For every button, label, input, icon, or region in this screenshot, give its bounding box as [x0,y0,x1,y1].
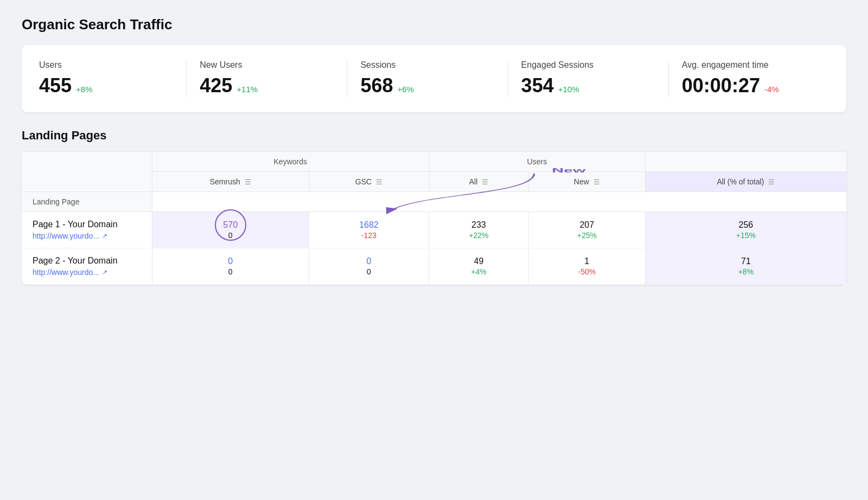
metric-users: Users 455 +8% [39,60,187,97]
new-filter-icon[interactable]: ☰ [593,178,600,186]
all-value-2: 49 [474,257,484,266]
col-sub-semrush: Semrush ☰ [152,172,309,192]
metric-avg-engagement-change: -4% [764,85,779,94]
gsc-cell-2: 0 0 [309,248,429,285]
gsc-cell-1: 1682 -123 [309,212,429,248]
metric-engaged-sessions-change: +10% [558,85,579,94]
metric-sessions: Sessions 568 +6% [347,60,508,97]
col-sub-gsc: GSC ☰ [309,172,429,192]
metric-new-users-value: 425 [200,74,232,97]
all-cell-1: 233 +22% [429,212,529,248]
semrush-value-1: 570 [223,220,238,230]
semrush-change-1: 0 [228,231,233,240]
col-sub-new: New ☰ [528,172,645,192]
metric-engaged-sessions-value: 354 [521,74,554,97]
allpct-cell-2: 71 +8% [645,248,846,285]
landing-pages-title: Landing Pages [22,129,846,143]
all-change-2: +4% [471,267,486,276]
page-url-1[interactable]: http://www.yourdo... ↗ [33,232,141,240]
metric-new-users-change: +11% [237,85,258,94]
new-cell-2: 1 -50% [528,248,645,285]
allpct-value-2: 71 [741,257,751,266]
metric-new-users: New Users 425 +11% [187,60,347,97]
page-name-1: Page 1 - Your Domain [33,220,141,229]
metric-sessions-label: Sessions [360,60,494,70]
metric-sessions-value: 568 [360,74,393,97]
table-row: Page 1 - Your Domain http://www.yourdo..… [22,212,846,248]
allpct-value-1: 256 [739,220,754,230]
page-cell-2: Page 2 - Your Domain http://www.yourdo..… [22,248,152,285]
external-link-icon-2[interactable]: ↗ [102,268,107,276]
metric-avg-engagement-value: 00:00:27 [682,74,760,97]
metric-avg-engagement: Avg. engagement time 00:00:27 -4% [669,60,829,97]
gsc-change-1: -123 [361,231,376,240]
new-change-1: +25% [577,231,597,240]
metric-users-label: Users [39,60,173,70]
new-change-2: -50% [578,267,596,276]
table-wrapper: Keywords Users Semrush ☰ GSC ☰ [22,151,846,285]
col-group-keywords: Keywords [152,152,429,172]
semrush-cell-2: 0 0 [152,248,309,285]
landing-pages-section: Landing Pages Keywords Users S [22,129,846,285]
metric-new-users-label: New Users [200,60,334,70]
col-sub-allpct: All (% of total) ☰ [645,172,846,192]
metric-engaged-sessions: Engaged Sessions 354 +10% [508,60,669,97]
page-name-2: Page 2 - Your Domain [33,256,141,266]
landing-pages-table-card: Keywords Users Semrush ☰ GSC ☰ [22,151,846,285]
semrush-filter-icon[interactable]: ☰ [245,178,251,186]
semrush-change-2: 0 [228,267,233,276]
semrush-cell-1: 570 0 [152,212,309,248]
metric-avg-engagement-label: Avg. engagement time [682,60,816,70]
external-link-icon[interactable]: ↗ [102,232,107,240]
new-value-2: 1 [584,257,589,266]
gsc-value-1: 1682 [359,220,379,230]
gsc-filter-icon[interactable]: ☰ [376,178,382,186]
new-value-1: 207 [579,220,594,230]
all-filter-icon[interactable]: ☰ [482,178,488,186]
page-cell-1: Page 1 - Your Domain http://www.yourdo..… [22,212,152,248]
page-title: Organic Search Traffic [22,16,846,33]
gsc-change-2: 0 [367,267,371,276]
semrush-value-2: 0 [228,257,233,266]
metric-users-value: 455 [39,74,72,97]
all-value-1: 233 [471,220,486,230]
allpct-change-1: +15% [736,231,756,240]
page-url-2[interactable]: http://www.yourdo... ↗ [33,268,141,277]
table-row: Page 2 - Your Domain http://www.yourdo..… [22,248,846,285]
col-landing-page-label: Landing Page [22,192,152,212]
landing-pages-table: Keywords Users Semrush ☰ GSC ☰ [22,151,846,285]
col-group-users: Users [429,152,646,172]
all-change-1: +22% [469,231,488,240]
all-cell-2: 49 +4% [429,248,529,285]
metrics-card: Users 455 +8% New Users 425 +11% Session… [22,45,846,112]
allpct-filter-icon[interactable]: ☰ [768,178,775,186]
new-cell-1: 207 +25% [528,212,645,248]
allpct-change-2: +8% [738,267,754,276]
allpct-cell-1: 256 +15% [645,212,846,248]
gsc-value-2: 0 [366,257,371,266]
metric-users-change: +8% [76,85,92,94]
col-sub-all: All ☰ [429,172,529,192]
metric-sessions-change: +6% [397,85,413,94]
metric-engaged-sessions-label: Engaged Sessions [521,60,655,70]
col-group-allpct [645,152,846,172]
